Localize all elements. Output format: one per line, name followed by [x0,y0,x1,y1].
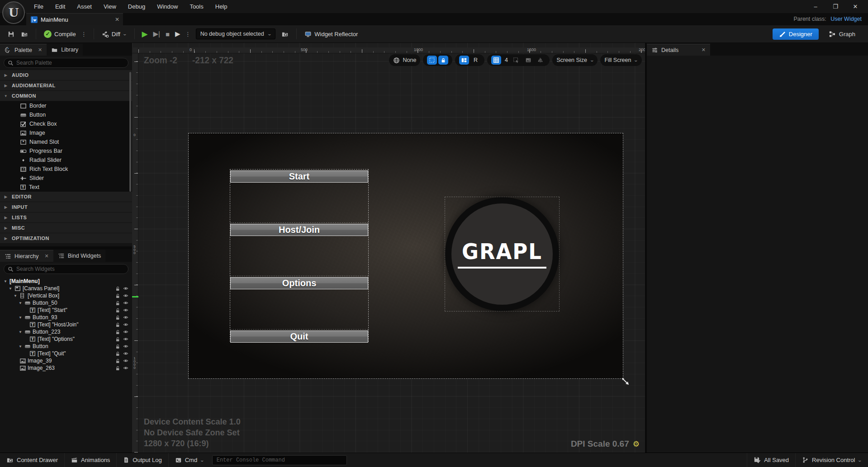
vertical-box-outline[interactable]: StartHost/JoinOptionsQuit [230,169,369,342]
browse-debug-button[interactable] [278,25,292,42]
revision-control-dropdown[interactable]: Revision Control ⌄ [796,453,868,467]
close-button[interactable]: ✕ [845,3,865,10]
palette-item-progress-bar[interactable]: Progress Bar [0,146,132,156]
dpi-settings-gear-icon[interactable]: ⚙ [633,439,640,449]
lock-icon[interactable] [115,300,120,306]
logo-image-selection[interactable]: GRAPL [445,197,560,311]
eye-visibility-icon[interactable] [123,286,129,291]
grapl-logo[interactable]: GRAPL [445,197,559,311]
menu-file[interactable]: File [28,0,49,13]
debug-object-dropdown[interactable]: No debug object selected ⌄ [196,28,276,39]
horizontal-ruler[interactable]: 0500100015002000 [138,47,645,53]
design-button-hostjoin[interactable]: Host/Join [230,224,368,236]
eye-visibility-icon[interactable] [123,322,129,327]
graph-mode-button[interactable]: Graph [825,31,859,38]
chevron-down-icon[interactable]: ▼ [9,287,12,291]
tab-details[interactable]: Details ✕ [647,44,710,56]
lock-icon[interactable] [115,336,120,342]
grid-snap-button[interactable] [491,56,501,65]
designer-mode-button[interactable]: Designer [773,28,819,40]
lock-icon[interactable] [115,365,120,371]
palette-category-lists[interactable]: ▶LISTS [0,212,132,223]
diff-button[interactable]: Diff ⌄ [99,25,130,42]
eye-visibility-icon[interactable] [123,315,129,320]
lock-icon[interactable] [115,286,120,292]
palette-category-misc[interactable]: ▶MISC [0,223,132,233]
eye-visibility-icon[interactable] [123,300,129,306]
eye-visibility-icon[interactable] [123,351,129,356]
play-options-button[interactable]: ⋮ [183,31,193,38]
palette-item-image[interactable]: Image [0,128,132,137]
widget-design-surface[interactable]: StartHost/JoinOptionsQuit GRAPL [189,133,623,378]
tree-row[interactable]: Image_263 [0,364,132,372]
tree-row[interactable]: T[Text] "Options" [0,335,132,343]
palette-category-common[interactable]: ▼COMMON [0,91,132,101]
tree-row[interactable]: ▼Button_223 [0,328,132,335]
localization-preview-button[interactable]: None [389,54,421,66]
tree-row[interactable]: ▼[Vertical Box] [0,292,132,299]
screen-size-dropdown[interactable]: Screen Size ⌄ [552,54,598,66]
outline-toggle-button[interactable] [427,56,437,65]
tree-row[interactable]: T[Text] "Start" [0,307,132,314]
content-drawer-button[interactable]: Content Drawer [0,453,64,467]
chevron-down-icon[interactable]: ▼ [19,301,22,305]
palette-item-named-slot[interactable]: *Named Slot [0,137,132,146]
lock-icon[interactable] [115,307,120,313]
palette-item-border[interactable]: Border [0,101,132,110]
play-button[interactable]: ▶ [139,29,151,39]
tree-row[interactable]: ▼Button_50 [0,299,132,307]
menu-view[interactable]: View [98,0,122,13]
eye-visibility-icon[interactable] [123,293,129,298]
palette-item-rich-text-block[interactable]: (ƒ)Rich Text Block [0,165,132,174]
menu-edit[interactable]: Edit [49,0,71,13]
palette-item-slider[interactable]: Slider [0,174,132,183]
widget-reflector-button[interactable]: Widget Reflector [301,25,361,42]
chevron-down-icon[interactable]: ▼ [4,279,7,283]
eye-visibility-icon[interactable] [123,358,129,363]
grid-snap-value[interactable]: 4 [503,56,509,65]
palette-scrollbar[interactable] [129,72,131,192]
lock-toggle-button[interactable] [438,56,448,65]
designer-canvas[interactable]: 0500100015002000 05001000 Zoom -2 -212 x… [132,43,645,453]
menu-asset[interactable]: Asset [71,0,98,13]
tree-row[interactable]: T[Text] "Quit" [0,350,132,357]
palette-item-text[interactable]: TText [0,183,132,192]
palette-item-radial-slider[interactable]: Radial Slider [0,156,132,165]
palette-item-check-box[interactable]: Check Box [0,119,132,128]
palette-category-input[interactable]: ▶INPUT [0,202,132,212]
palette-item-button[interactable]: Button [0,110,132,119]
hierarchy-search[interactable] [4,264,128,274]
tree-row[interactable]: ▼Button_93 [0,314,132,321]
lock-icon[interactable] [115,351,120,357]
browse-asset-button[interactable] [18,25,31,42]
palette-search-input[interactable] [16,60,124,66]
tab-mainmenu[interactable]: MainMenu ✕ [26,13,123,25]
output-log-button[interactable]: Output Log [117,453,168,467]
save-button[interactable] [5,25,18,42]
play-standalone-button[interactable]: ▶ [172,30,183,38]
tree-row[interactable]: ▼Button [0,343,132,350]
vertical-ruler[interactable]: 05001000 [132,53,138,453]
eye-visibility-icon[interactable] [123,307,129,313]
lock-icon[interactable] [115,322,120,328]
all-saved-button[interactable]: All Saved [747,453,795,467]
chevron-down-icon[interactable]: ▼ [19,344,22,349]
tab-close-icon[interactable]: ✕ [115,16,119,23]
hierarchy-close-icon[interactable]: ✕ [45,253,49,259]
menu-window[interactable]: Window [151,0,184,13]
flip-preview-button[interactable] [536,56,545,65]
chevron-down-icon[interactable]: ▼ [19,316,22,320]
resize-handle-icon[interactable] [621,377,631,387]
frame-skip-button[interactable]: ▶| [151,30,163,38]
console-command-input[interactable] [212,455,347,465]
menu-tools[interactable]: Tools [184,0,209,13]
maximize-button[interactable]: ❐ [825,3,845,10]
cmd-dropdown[interactable]: Cmd ⌄ [169,453,210,467]
minimize-button[interactable]: – [806,3,825,10]
chevron-down-icon[interactable]: ▼ [19,330,22,334]
parent-class-link[interactable]: User Widget [830,16,862,22]
tab-bind-widgets[interactable]: Bind Widgets [53,250,106,262]
preview-background-button[interactable] [523,56,533,65]
palette-close-icon[interactable]: ✕ [38,47,42,53]
eye-visibility-icon[interactable] [123,329,129,335]
